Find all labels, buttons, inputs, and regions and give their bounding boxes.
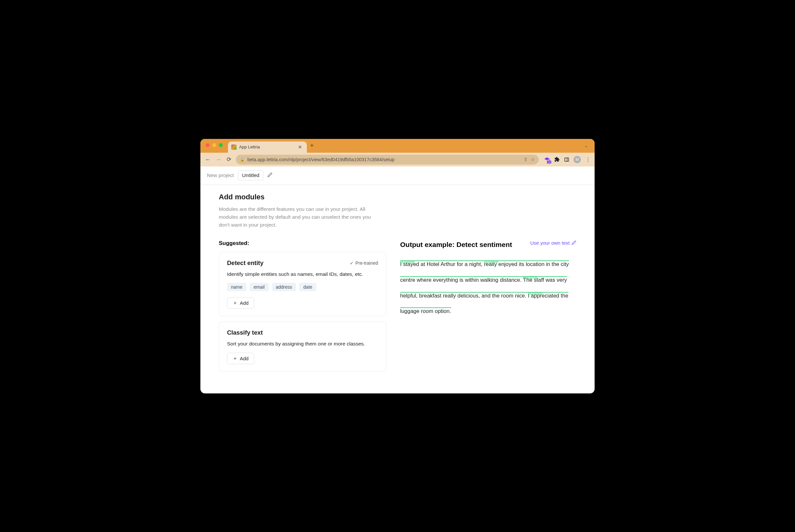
add-module-button[interactable]: ＋ Add bbox=[227, 353, 254, 364]
output-sample: positiveI stayed at Hotel Arthur for a n… bbox=[400, 256, 576, 319]
tabs-menu-button[interactable]: ⌄ bbox=[584, 143, 591, 150]
sentiment-label: positive bbox=[484, 255, 498, 268]
app-content: New project Untitled Add modules Modules… bbox=[201, 167, 594, 394]
share-icon[interactable]: ⇧ bbox=[524, 157, 528, 163]
close-tab-button[interactable]: ✕ bbox=[297, 144, 304, 150]
output-title: Output example: Detect sentiment bbox=[400, 240, 512, 249]
module-card-classify-text: Classify text Sort your documents by ass… bbox=[219, 322, 386, 372]
sentiment-label: positive bbox=[400, 255, 415, 268]
browser-window: App Lettria ✕ + ⌄ ← → ⟳ 🔒 beta.app.lettr… bbox=[201, 139, 594, 394]
tag-date: date bbox=[299, 283, 316, 291]
tag-email: email bbox=[250, 283, 268, 291]
card-header: Detect entity ✓ Pre-trained bbox=[227, 260, 378, 267]
tab-bar: App Lettria ✕ + ⌄ bbox=[201, 139, 594, 153]
tag-name: name bbox=[227, 283, 246, 291]
new-tab-button[interactable]: + bbox=[307, 142, 317, 152]
check-icon: ✓ bbox=[350, 261, 354, 266]
chrome-top: App Lettria ✕ + ⌄ ← → ⟳ 🔒 beta.app.lettr… bbox=[201, 139, 594, 167]
plus-icon: ＋ bbox=[232, 300, 238, 306]
close-window-button[interactable] bbox=[206, 143, 210, 147]
window-controls bbox=[204, 143, 226, 150]
profile-avatar[interactable]: M bbox=[573, 156, 581, 163]
forward-button[interactable]: → bbox=[215, 156, 222, 163]
output-header: Output example: Detect sentiment Use you… bbox=[400, 240, 576, 249]
add-label: Add bbox=[240, 356, 249, 361]
avatar-letter: M bbox=[575, 157, 579, 162]
sentiment-label: positive bbox=[523, 271, 537, 284]
plus-icon: ＋ bbox=[232, 355, 238, 362]
extension-graduation-icon[interactable] bbox=[544, 157, 550, 163]
output-column: Output example: Detect sentiment Use you… bbox=[400, 240, 576, 377]
module-title: Classify text bbox=[227, 329, 263, 336]
back-button[interactable]: ← bbox=[204, 156, 212, 163]
tag-address: address bbox=[272, 283, 296, 291]
suggested-label: Suggested: bbox=[219, 240, 386, 247]
edit-icon bbox=[572, 241, 576, 245]
url-text: beta.app.lettria.com/nlp/project/view/63… bbox=[247, 157, 521, 162]
minimize-window-button[interactable] bbox=[212, 143, 216, 147]
favicon-icon bbox=[231, 145, 236, 150]
use-own-label: Use your own text bbox=[530, 240, 570, 246]
module-description: Identify simple entities such as names, … bbox=[227, 271, 378, 278]
pretrained-label: Pre-trained bbox=[356, 261, 378, 266]
sentiment-label: positive bbox=[528, 287, 542, 300]
columns: Suggested: Detect entity ✓ Pre-trained I… bbox=[219, 240, 576, 377]
kebab-menu-icon[interactable]: ⋮ bbox=[585, 157, 591, 163]
modules-column: Suggested: Detect entity ✓ Pre-trained I… bbox=[219, 240, 386, 377]
edit-name-icon[interactable] bbox=[267, 172, 272, 178]
lock-icon: 🔒 bbox=[240, 157, 245, 162]
add-module-button[interactable]: ＋ Add bbox=[227, 297, 254, 309]
project-name-chip[interactable]: Untitled bbox=[238, 170, 264, 180]
add-label: Add bbox=[240, 300, 249, 306]
reload-button[interactable]: ⟳ bbox=[225, 156, 232, 163]
browser-tab[interactable]: App Lettria ✕ bbox=[228, 141, 307, 153]
extension-icons: M ⋮ bbox=[542, 156, 591, 163]
maximize-window-button[interactable] bbox=[219, 143, 223, 147]
side-panel-icon[interactable] bbox=[564, 157, 570, 163]
breadcrumb: New project bbox=[207, 172, 234, 178]
app-body[interactable]: Add modules Modules are the different fe… bbox=[201, 185, 594, 394]
page-description: Modules are the different features you c… bbox=[219, 205, 383, 229]
svg-rect-0 bbox=[565, 158, 569, 161]
module-card-detect-entity: Detect entity ✓ Pre-trained Identify sim… bbox=[219, 252, 386, 317]
extensions-puzzle-icon[interactable] bbox=[554, 157, 560, 163]
app-header: New project Untitled bbox=[201, 167, 594, 185]
module-description: Sort your documents by assigning them on… bbox=[227, 340, 378, 347]
sentiment-segment: positiveI stayed at Hotel Arthur for a n… bbox=[400, 261, 484, 267]
url-box[interactable]: 🔒 beta.app.lettria.com/nlp/project/view/… bbox=[236, 155, 539, 165]
module-title: Detect entity bbox=[227, 260, 263, 267]
use-own-text-link[interactable]: Use your own text bbox=[530, 240, 576, 246]
tab-title: App Lettria bbox=[239, 145, 294, 149]
address-bar: ← → ⟳ 🔒 beta.app.lettria.com/nlp/project… bbox=[201, 153, 594, 167]
bookmark-icon[interactable]: ☆ bbox=[531, 157, 535, 163]
page-title: Add modules bbox=[219, 193, 576, 201]
pretrained-badge: ✓ Pre-trained bbox=[350, 261, 378, 266]
card-header: Classify text bbox=[227, 329, 378, 336]
module-tags: name email address date bbox=[227, 283, 378, 291]
